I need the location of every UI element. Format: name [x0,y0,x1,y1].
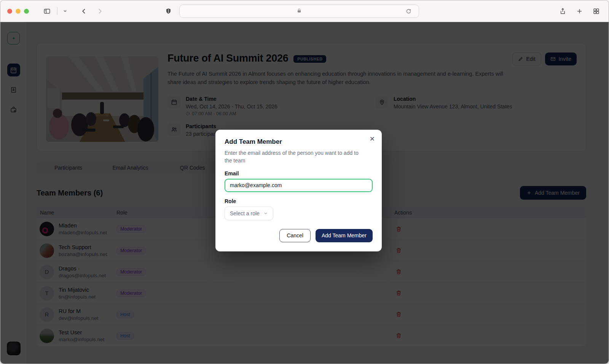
sidebar-toggle-icon[interactable] [40,5,53,17]
close-icon[interactable]: ✕ [370,136,375,142]
zoom-window-button[interactable] [24,9,29,14]
chevron-down-icon[interactable] [61,5,69,17]
shield-icon[interactable] [162,5,175,17]
browser-window: Future of AI Summit 2026 PUBLISHED Edit … [0,0,609,364]
minimize-window-button[interactable] [16,9,21,14]
new-tab-icon[interactable] [573,5,586,17]
browser-toolbar [0,0,609,22]
email-field[interactable] [225,179,373,192]
role-label: Role [225,198,373,204]
share-icon[interactable] [556,5,569,17]
cancel-button[interactable]: Cancel [279,229,311,242]
reload-icon[interactable] [402,6,415,17]
dialog-description: Enter the email address of the person yo… [225,149,366,165]
submit-add-team-member-button[interactable]: Add Team Member [316,229,373,242]
close-window-button[interactable] [7,9,12,14]
email-label: Email [225,170,373,176]
toolbar-divider [57,7,57,15]
add-team-member-dialog: ✕ Add Team Member Enter the email addres… [215,130,382,251]
window-controls [7,9,29,14]
back-icon[interactable] [77,5,90,17]
dialog-title: Add Team Member [225,138,373,146]
lock-icon [297,8,302,15]
forward-icon[interactable] [93,5,106,17]
role-select[interactable]: Select a role [225,207,273,220]
chevron-down-icon [263,211,268,216]
address-bar[interactable] [179,5,419,18]
tab-overview-icon[interactable] [590,5,603,17]
